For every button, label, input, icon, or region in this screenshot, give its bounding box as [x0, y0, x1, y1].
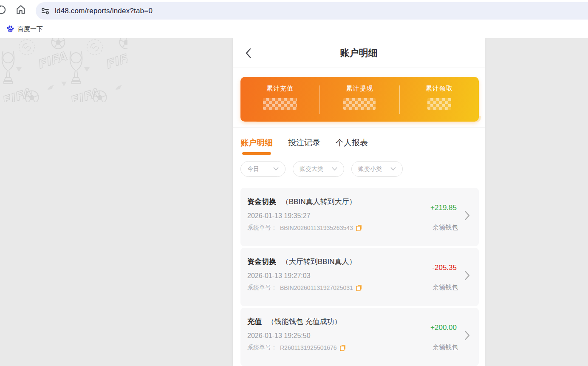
bookmark-baidu[interactable]: du 百度一下 [4, 23, 45, 35]
copy-icon[interactable] [356, 284, 362, 291]
bookmarks-bar: du 百度一下 [0, 20, 588, 38]
copy-icon[interactable] [340, 344, 346, 351]
transaction-type: 资金切换 [247, 198, 276, 206]
site-controls-icon[interactable] [41, 7, 49, 15]
browser-window: ld48.com/reports/index?tab=0 du 百度一下 [0, 0, 588, 366]
order-number: BBIN202601131927025031 [280, 284, 353, 291]
transaction-amount: +200.00 [430, 323, 457, 332]
transaction-datetime: 2026-01-13 19:27:03 [247, 272, 472, 280]
tab-account-detail[interactable]: 账户明细 [240, 128, 273, 158]
summary-total-withdraw: 累计提现 [320, 85, 399, 116]
copy-icon[interactable] [356, 224, 362, 231]
url-text[interactable]: ld48.com/reports/index?tab=0 [55, 7, 153, 15]
account-detail-panel: 账户明细 累计充值 累计提现 累计领取 [233, 38, 485, 366]
transaction-list: 资金切换 （BBIN真人转到大厅） 2026-01-13 19:35:27 系统… [233, 180, 485, 366]
transaction-detail: （大厅转到BBIN真人） [282, 258, 356, 266]
summary-label: 累计提现 [346, 85, 373, 93]
filters-bar: 今日 账变大类 账变小类 [233, 158, 485, 180]
summary-label: 累计领取 [426, 85, 453, 93]
panel-header: 账户明细 [233, 38, 485, 68]
svg-text:du: du [9, 30, 12, 32]
censored-value [427, 98, 451, 110]
order-number: BBIN202601131935263543 [280, 224, 353, 231]
home-icon [15, 4, 26, 15]
summary-card: 累计充值 累计提现 累计领取 [240, 77, 479, 122]
refresh-icon [0, 5, 9, 15]
tabs-bar: 账户明细 投注记录 个人报表 [233, 128, 485, 158]
chevron-down-icon [332, 167, 337, 171]
transaction-row[interactable]: 资金切换 （BBIN真人转到大厅） 2026-01-13 19:35:27 系统… [240, 188, 479, 246]
baidu-paw-icon: du [6, 25, 14, 33]
chevron-down-icon [273, 167, 279, 171]
browser-toolbar: ld48.com/reports/index?tab=0 [0, 0, 588, 20]
filter-minor-type-dropdown[interactable]: 账变小类 [351, 161, 403, 177]
filter-label: 今日 [247, 165, 259, 173]
summary-label: 累计充值 [266, 85, 294, 93]
summary-section: 累计充值 累计提现 累计领取 [233, 68, 485, 128]
order-label: 系统单号： [247, 224, 277, 232]
chevron-down-icon [390, 167, 396, 171]
filter-date-dropdown[interactable]: 今日 [240, 161, 286, 177]
order-label: 系统单号： [247, 284, 277, 292]
address-bar[interactable]: ld48.com/reports/index?tab=0 [36, 2, 588, 20]
transaction-row[interactable]: 资金切换 （大厅转到BBIN真人） 2026-01-13 19:27:03 系统… [240, 248, 479, 306]
filter-major-type-dropdown[interactable]: 账变大类 [293, 161, 344, 177]
transaction-datetime: 2026-01-13 19:25:50 [247, 332, 472, 340]
tab-bet-records[interactable]: 投注记录 [288, 128, 320, 158]
summary-total-deposit: 累计充值 [240, 85, 319, 116]
transaction-datetime: 2026-01-13 19:35:27 [247, 212, 472, 220]
transaction-detail: （BBIN真人转到大厅） [282, 198, 356, 206]
chevron-right-icon [465, 331, 470, 342]
transaction-detail: （钱能钱包 充值成功） [267, 318, 342, 326]
filter-label: 账变大类 [300, 165, 323, 173]
refresh-button[interactable] [0, 5, 9, 15]
chevron-right-icon [465, 271, 470, 282]
transaction-wallet: 余额钱包 [433, 224, 458, 232]
order-number: R2601131925501676 [280, 344, 337, 351]
home-button[interactable] [15, 4, 26, 15]
filter-label: 账变小类 [358, 165, 382, 173]
transaction-wallet: 余额钱包 [433, 284, 458, 292]
transaction-type: 充值 [247, 318, 262, 326]
censored-value [263, 98, 297, 110]
censored-value [343, 98, 376, 110]
page-title: 账户明细 [233, 38, 485, 68]
summary-total-claimed: 累计领取 [400, 85, 479, 116]
transaction-amount: +219.85 [430, 204, 457, 212]
transaction-row[interactable]: 充值 （钱能钱包 充值成功） 2026-01-13 19:25:50 系统单号：… [240, 308, 479, 366]
chevron-right-icon [465, 211, 470, 222]
page-content: FIFA [0, 38, 588, 366]
background-pattern: FIFA [0, 38, 127, 102]
back-button[interactable] [244, 48, 254, 58]
bookmark-label: 百度一下 [17, 25, 43, 33]
transaction-type: 资金切换 [247, 258, 276, 266]
transaction-wallet: 余额钱包 [433, 343, 458, 352]
chevron-left-icon [244, 48, 252, 58]
transaction-amount: -205.35 [432, 264, 457, 272]
tab-personal-report[interactable]: 个人报表 [336, 128, 368, 158]
order-label: 系统单号： [247, 344, 277, 352]
